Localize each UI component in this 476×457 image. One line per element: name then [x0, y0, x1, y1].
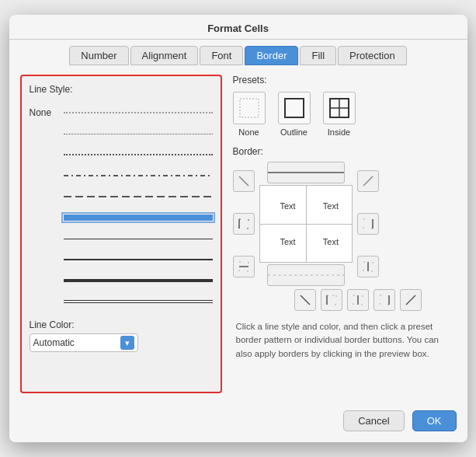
line-dashdot-style	[64, 175, 213, 176]
line-thick-style	[64, 279, 213, 282]
border-btn-right[interactable]	[357, 213, 379, 235]
cell-text-tl: Text	[280, 201, 295, 211]
svg-rect-1	[285, 99, 304, 117]
line-double-style	[64, 300, 213, 303]
line-style-panel: Line Style: None	[20, 75, 222, 393]
line-dot1-style	[64, 134, 213, 134]
border-btn-right-only[interactable]	[374, 289, 395, 311]
line-preview-dashdot	[64, 169, 213, 182]
border-preview-wrap: Text Text Text Text	[259, 162, 353, 286]
preset-outline-icon	[283, 96, 306, 120]
tab-alignment[interactable]: Alignment	[130, 46, 199, 65]
svg-line-25	[406, 295, 415, 305]
preset-none-item: None	[233, 92, 266, 137]
svg-line-17	[301, 295, 310, 305]
presets-section: Presets: None	[233, 75, 457, 137]
preset-outline-label: Outline	[280, 127, 307, 137]
border-btn-left[interactable]	[233, 213, 255, 235]
dialog-title: Format Cells	[9, 15, 467, 40]
border-btn-top[interactable]	[267, 162, 345, 183]
border-btn-bottom[interactable]	[267, 264, 345, 286]
line-preview-double	[64, 295, 213, 308]
line-medium-style	[64, 259, 213, 260]
border-btn-middle-v[interactable]	[357, 256, 379, 277]
preset-inside-icon	[328, 96, 351, 120]
line-thin-style	[64, 239, 213, 239]
line-preview-medium	[64, 253, 213, 266]
cell-text-tr: Text	[323, 201, 339, 211]
line-style-longdash-row[interactable]	[30, 188, 213, 205]
line-style-dot1-row[interactable]	[30, 125, 213, 142]
svg-line-5	[239, 176, 248, 186]
tab-number[interactable]: Number	[69, 46, 128, 65]
tab-border[interactable]: Border	[245, 46, 298, 65]
presets-row: None Outline	[233, 92, 457, 137]
line-preview-longdash	[64, 190, 213, 203]
border-preview-grid[interactable]: Text Text Text Text	[259, 185, 353, 263]
grid-v-line	[306, 186, 307, 262]
line-preview-selected	[64, 211, 213, 224]
line-style-dashdot-row[interactable]	[30, 167, 213, 184]
line-none-style	[64, 112, 213, 113]
line-selected-style	[64, 215, 213, 221]
border-btn-top-left[interactable]	[233, 170, 255, 192]
color-select-value: Automatic	[33, 337, 117, 348]
right-panel: Presets: None	[233, 75, 457, 393]
cancel-button[interactable]: Cancel	[343, 410, 404, 431]
tab-bar: Number Alignment Font Border Fill Protec…	[9, 40, 467, 65]
border-btn-middle-h[interactable]	[233, 256, 255, 277]
line-style-double-row[interactable]	[30, 293, 213, 310]
line-style-medium-row[interactable]	[30, 251, 213, 268]
dialog-footer: Cancel OK	[9, 403, 467, 442]
tab-font[interactable]: Font	[200, 46, 243, 65]
border-btn-center-v[interactable]	[347, 289, 369, 311]
cell-text-bl: Text	[280, 237, 295, 246]
preset-outline-item: Outline	[278, 92, 311, 137]
line-style-selected-row[interactable]	[30, 209, 213, 226]
line-style-dot2-row[interactable]	[30, 146, 213, 163]
line-preview-thick	[64, 274, 213, 287]
preset-outline-button[interactable]	[278, 92, 311, 124]
color-dropdown-button[interactable]	[120, 336, 134, 350]
line-preview-none	[64, 106, 213, 119]
preset-none-label: None	[238, 127, 259, 137]
line-styles-list: None	[30, 104, 213, 310]
line-style-thin-row[interactable]	[30, 230, 213, 247]
border-btns-left	[233, 162, 255, 286]
preset-inside-button[interactable]	[323, 92, 356, 124]
preset-none-icon	[238, 96, 261, 120]
preset-inside-item: Inside	[323, 92, 356, 137]
border-btns-right	[357, 162, 379, 286]
color-select-dropdown[interactable]: Automatic	[30, 333, 138, 352]
border-btn-diag-down[interactable]	[294, 289, 316, 311]
cell-text-br: Text	[323, 237, 339, 246]
line-dot2-style	[64, 154, 213, 155]
none-label: None	[30, 107, 59, 118]
svg-rect-0	[240, 99, 259, 117]
border-btn-left-only[interactable]	[321, 289, 342, 311]
main-content: Line Style: None	[9, 65, 467, 403]
tab-protection[interactable]: Protection	[338, 46, 407, 65]
preset-inside-label: Inside	[328, 127, 350, 137]
line-style-thick-row[interactable]	[30, 272, 213, 289]
line-longdash-style	[64, 196, 213, 197]
border-btns-bottom-row	[259, 289, 457, 311]
svg-line-12	[363, 176, 373, 186]
svg-rect-13	[363, 219, 373, 228]
border-btn-top-right[interactable]	[357, 170, 379, 192]
svg-rect-23	[380, 295, 389, 305]
tab-fill[interactable]: Fill	[300, 46, 336, 65]
line-style-none-row[interactable]: None	[30, 104, 213, 121]
border-label: Border:	[233, 146, 457, 157]
line-preview-thin	[64, 232, 213, 245]
svg-rect-6	[239, 219, 248, 228]
border-btn-diag-up[interactable]	[400, 289, 422, 311]
ok-button[interactable]: OK	[412, 410, 457, 431]
border-section: Border:	[233, 146, 457, 311]
line-style-label: Line Style:	[30, 84, 213, 95]
line-preview-dot1	[64, 127, 213, 140]
format-cells-dialog: Format Cells Number Alignment Font Borde…	[9, 15, 467, 442]
line-preview-dot2	[64, 148, 213, 161]
preset-none-button[interactable]	[233, 92, 266, 124]
border-preview-area: Text Text Text Text	[233, 162, 457, 286]
